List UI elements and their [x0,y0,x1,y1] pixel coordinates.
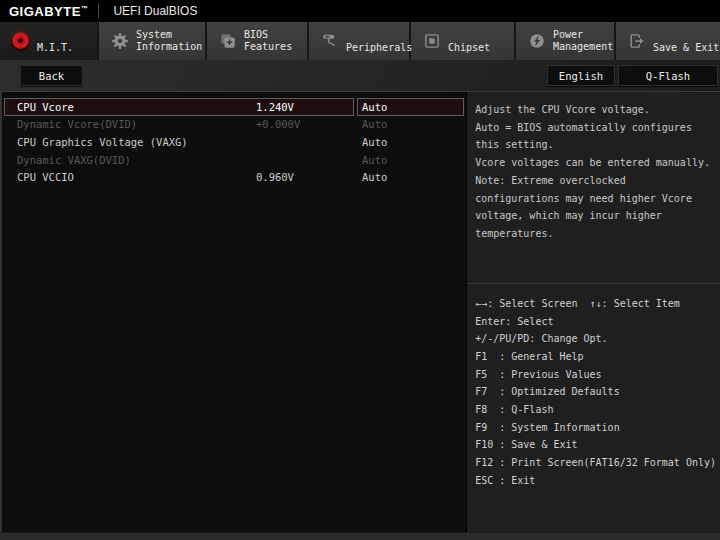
tab-mit[interactable]: M.I.T. [0,22,97,60]
help-text: Adjust the CPU Vcore voltage. Auto = BIO… [467,92,720,284]
setting-row-cpu-graphics-voltage[interactable]: CPU Graphics Voltage (VAXG) Auto [2,133,466,151]
top-header-bar: GIGABYTE™ UEFI DualBIOS [0,0,720,22]
peripherals-icon [321,32,339,50]
setting-name: CPU Graphics Voltage (VAXG) [5,136,256,148]
tab-power-management[interactable]: Power Management [516,22,614,60]
shortcut-line: F12 : Print Screen(FAT16/32 Format Only) [475,454,716,472]
setting-value: 0.960V [256,171,294,183]
firmware-title: UEFI DualBIOS [99,4,197,18]
shortcut-line: F1 : General Help [475,348,716,366]
help-line: voltage, which may incur higher [475,207,714,225]
setting-row-dynamic-vaxg: Dynamic VAXG(DVID) Auto [2,151,466,169]
setting-name: Dynamic VAXG(DVID) [5,154,256,166]
trademark-mark: ™ [81,4,89,11]
tab-label: Chipset [448,42,490,54]
help-line: Vcore voltages can be entered manually. [475,154,714,172]
setting-row-cpu-vccio[interactable]: CPU VCCIO 0.960V Auto [2,168,466,186]
setting-value: 1.240V [256,101,294,113]
help-panel: Adjust the CPU Vcore voltage. Auto = BIO… [466,92,720,532]
toolbar: Back English Q-Flash [0,60,720,91]
setting-name: CPU VCCIO [5,171,256,183]
help-line: Auto = BIOS automatically configures [475,119,714,137]
tab-label: BIOS Features [244,29,292,53]
help-line: Adjust the CPU Vcore voltage. [475,101,714,119]
settings-panel: CPU Vcore 1.240V Auto Dynamic Vcore(DVID… [0,92,466,532]
help-line: temperatures. [475,225,714,243]
setting-option: Auto [358,101,387,113]
mit-disc-icon [12,32,30,50]
chipset-icon [423,32,441,50]
shortcut-line: +/-/PU/PD: Change Opt. [475,330,716,348]
tab-bar: M.I.T. System Information [0,22,720,60]
tab-bios-features[interactable]: BIOS Features [207,22,307,60]
tab-label: Peripherals [346,42,412,54]
qflash-button[interactable]: Q-Flash [618,65,718,86]
setting-name: Dynamic Vcore(DVID) [5,118,256,130]
tab-label: Power Management [553,29,613,53]
tab-label: M.I.T. [37,42,73,54]
tab-label: Save & Exit [653,42,719,54]
shortcut-line: F8 : Q-Flash [475,401,716,419]
tab-label: System Information [136,29,202,53]
tab-save-exit[interactable]: Save & Exit [616,22,720,60]
back-button[interactable]: Back [20,65,83,86]
tab-peripherals[interactable]: Peripherals [309,22,409,60]
setting-option: Auto [358,118,387,130]
help-line: configurations may need higher Vcore [475,190,714,208]
bottom-strip [0,532,720,540]
help-line: Note: Extreme overclocked [475,172,714,190]
shortcut-line: F7 : Optimized Defaults [475,383,716,401]
shortcut-line: ESC : Exit [475,472,716,490]
keyboard-shortcuts: ←→: Select Screen ↑↓: Select Item Enter:… [467,284,720,489]
setting-option: Auto [358,154,387,166]
content-area: CPU Vcore 1.240V Auto Dynamic Vcore(DVID… [0,91,720,532]
setting-name: CPU Vcore [5,101,256,113]
setting-value: +0.000V [256,118,300,130]
tab-system-information[interactable]: System Information [99,22,205,60]
setting-row-cpu-vcore[interactable]: CPU Vcore 1.240V Auto [2,98,466,116]
shortcut-line: F9 : System Information [475,419,716,437]
language-button[interactable]: English [547,65,615,86]
setting-row-dynamic-vcore: Dynamic Vcore(DVID) +0.000V Auto [2,116,466,134]
shortcut-line: ←→: Select Screen ↑↓: Select Item [475,295,716,313]
shortcut-line: F5 : Previous Values [475,366,716,384]
save-exit-icon [628,32,646,50]
tab-chipset[interactable]: Chipset [411,22,514,60]
shortcut-line: F10 : Save & Exit [475,436,716,454]
bios-features-icon [219,32,237,50]
setting-option: Auto [358,171,387,183]
setting-option: Auto [358,136,387,148]
gigabyte-logo: GIGABYTE™ [0,4,98,19]
shortcut-line: Enter: Select [475,313,716,331]
help-line: this setting. [475,136,714,154]
bios-screen: GIGABYTE™ UEFI DualBIOS M.I.T. [0,0,720,540]
gear-icon [111,32,129,50]
power-icon [528,32,546,50]
